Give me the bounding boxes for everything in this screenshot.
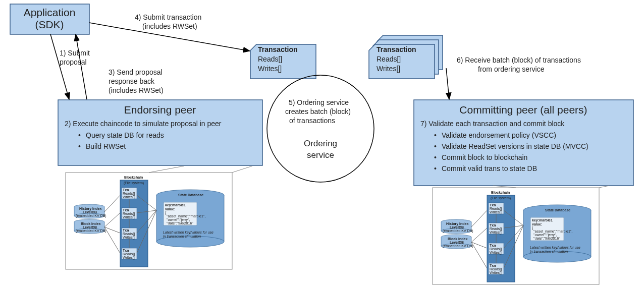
application-title1: Application	[24, 7, 76, 18]
block-index-db: LevelDB	[83, 225, 97, 229]
bullet-dot: •	[434, 153, 437, 161]
arrow-1	[50, 34, 69, 99]
ordering-name2: service	[307, 150, 334, 160]
mini-txn-t: Txn	[123, 249, 129, 252]
svg-line-5	[149, 166, 184, 173]
state-value: value:	[165, 207, 175, 211]
arrow1-a: 1) Submit	[60, 49, 90, 57]
history-index-db: LevelDB	[450, 225, 464, 229]
state-note: in transaction simulation	[530, 250, 568, 253]
txn-writes: Writes[]	[258, 65, 282, 73]
ordering-msg2: creates batch (block)	[285, 107, 351, 116]
endorsing-peer-box: Endorsing peer 2) Execute chaincode to s…	[58, 100, 262, 165]
arrow3-a: 3) Send proposal	[109, 68, 163, 76]
committing-bullet3: Commit block to blockchain	[442, 153, 527, 161]
txn-reads: Reads[]	[258, 55, 282, 63]
arrow3-c: (includes RWSet)	[109, 86, 164, 94]
mini-txn-w: Writes[]	[123, 215, 135, 219]
state-note: Latest written key/values for use	[163, 231, 213, 235]
arrow4-a: 4) Submit transaction	[135, 13, 201, 21]
block-index-note: (embedded KV DB)	[443, 244, 473, 248]
history-index-note: (embedded KV DB)	[443, 229, 473, 233]
application-box: Application (SDK)	[10, 4, 89, 34]
peer-inset-right: Blockchain (File system) Txn Reads[] Wri…	[433, 186, 609, 284]
committing-line1: 7) Validate each transaction and commit …	[420, 120, 565, 128]
state-db-title: State Database	[178, 193, 203, 197]
mini-txn-t: Txn	[123, 229, 129, 232]
bullet-dot: •	[434, 131, 437, 139]
txn-stack-reads: Reads[]	[377, 55, 401, 63]
mini-txn-w: Writes[]	[490, 210, 502, 214]
mini-txn-w: Writes[]	[490, 231, 502, 235]
arrow6-b: from ordering service	[478, 65, 545, 73]
mini-txn-t: Txn	[490, 244, 496, 247]
arrow-6	[446, 68, 449, 99]
mini-txn-w: Writes[]	[123, 256, 135, 260]
bullet-dot: •	[78, 131, 81, 139]
history-index-db: LevelDB	[83, 210, 97, 214]
transaction-card-stack: Transaction Reads[] Writes[]	[369, 35, 443, 79]
bc-title2: (File system)	[124, 181, 144, 185]
mini-txn-t: Txn	[123, 208, 129, 212]
bc-title1: Blockchain	[124, 176, 143, 179]
arrow6-a: 6) Receive batch (block) of transactions	[457, 56, 581, 64]
mini-txn-t: Txn	[123, 188, 129, 192]
svg-line-6	[232, 166, 252, 173]
mini-txn-t: Txn	[490, 203, 496, 207]
committing-peer-box: Committing peer (all peers) 7) Validate …	[414, 100, 633, 186]
bc-title2: (File system)	[491, 196, 511, 200]
application-title2: (SDK)	[35, 19, 64, 30]
state-db-title: State Database	[545, 208, 570, 212]
state-json: "date":"9/6/2016"	[167, 221, 193, 225]
arrow3-b: response back	[109, 77, 155, 85]
bullet-dot: •	[434, 142, 437, 150]
history-index-note: (embedded KV DB)	[76, 214, 106, 218]
committing-bullet1: Validate endorsement policy (VSCC)	[442, 131, 556, 139]
block-index-title: Block Index	[448, 237, 467, 241]
endorsing-bullet2: Build RWSet	[86, 142, 126, 150]
state-note: Latest written key/values for use	[530, 246, 580, 250]
bullet-dot: •	[78, 142, 81, 150]
ordering-msg1: 5) Ordering service	[289, 98, 349, 106]
endorsing-title: Endorsing peer	[124, 104, 196, 116]
arrow-3	[76, 34, 87, 99]
endorsing-bullet1: Query state DB for reads	[86, 131, 164, 139]
state-key: key:marble1	[165, 203, 186, 207]
bullet-dot: •	[434, 164, 437, 173]
state-key: key:marble1	[532, 218, 553, 222]
mini-txn-w: Writes[]	[490, 251, 502, 255]
mini-txn-t: Txn	[490, 264, 496, 267]
block-index-title: Block Index	[81, 222, 100, 225]
ordering-service-circle: 5) Ordering service creates batch (block…	[267, 75, 374, 182]
arrow1-b: proposal	[60, 58, 87, 66]
mini-txn-t: Txn	[490, 223, 496, 227]
state-value: value:	[532, 222, 542, 226]
txn-stack-title: Transaction	[377, 45, 416, 53]
committing-title: Committing peer (all peers)	[459, 104, 587, 116]
bc-title1: Blockchain	[491, 191, 510, 194]
arrow4-b: (includes RWSet)	[142, 22, 197, 30]
block-index-note: (embedded KV DB)	[76, 229, 106, 233]
committing-bullet4: Commit valid trans to state DB	[442, 164, 537, 173]
ordering-msg3: of transactions	[289, 117, 335, 125]
ordering-name1: Ordering	[304, 139, 337, 148]
mini-txn-w: Writes[]	[123, 236, 135, 240]
block-index-db: LevelDB	[450, 241, 464, 244]
txn-stack-writes: Writes[]	[377, 65, 400, 73]
committing-bullet2: Validate ReadSet versions in state DB (M…	[442, 142, 588, 150]
endorsing-line1: 2) Execute chaincode to simulate proposa…	[65, 120, 222, 128]
txn-title: Transaction	[258, 45, 298, 53]
mini-txn-w: Writes[]	[123, 195, 135, 199]
mini-txn-w: Writes[]	[490, 271, 502, 275]
state-note: in transaction simulation	[163, 235, 201, 238]
svg-point-3	[267, 75, 374, 182]
transaction-card-single: Transaction Reads[] Writes[]	[250, 44, 316, 79]
state-json: "date":"9/6/2016"	[533, 237, 560, 240]
peer-inset-left: Blockchain (File system) Txn Reads[] Wri…	[66, 166, 252, 269]
